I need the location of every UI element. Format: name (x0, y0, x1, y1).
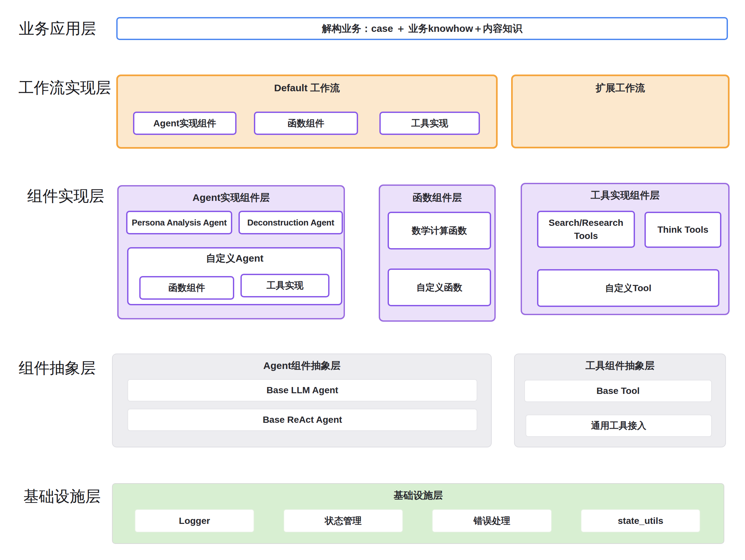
panel-tool-abstract: 工具组件抽象层 Base Tool 通用工具接入 (514, 353, 726, 447)
architecture-diagram: 业务应用层 工作流实现层 组件实现层 组件抽象层 基础设施层 解构业务：case… (0, 0, 745, 560)
panel-extended-workflow: 扩展工作流 (511, 74, 730, 148)
chip-state-management: 状态管理 (284, 509, 403, 532)
panel-infra-title: 基础设施层 (113, 489, 724, 502)
panel-tool-abstract-title: 工具组件抽象层 (515, 359, 725, 373)
chip-persona-analysis-agent: Persona Analysis Agent (126, 211, 232, 234)
chip-custom-agent-tool: 工具实现 (240, 274, 329, 298)
box-custom-agent: 自定义Agent 函数组件 工具实现 (127, 247, 342, 305)
chip-error-handling: 错误处理 (432, 509, 552, 532)
panel-agent-impl-group: Agent实现组件层 Persona Analysis Agent Decons… (117, 185, 345, 319)
panel-tool-group: 工具实现组件层 Search/Research Tools Think Tool… (521, 183, 730, 315)
panel-extended-workflow-title: 扩展工作流 (513, 81, 728, 95)
panel-infra: 基础设施层 Logger 状态管理 错误处理 state_utils (112, 483, 724, 544)
chip-think-tools: Think Tools (645, 212, 721, 248)
chip-base-react-agent: Base ReAct Agent (127, 409, 477, 431)
chip-universal-tool-access: 通用工具接入 (525, 415, 712, 437)
chip-tool-impl: 工具实现 (379, 112, 480, 135)
row-label-business: 业务应用层 (5, 19, 110, 38)
chip-deconstruction-agent: Deconstruction Agent (238, 211, 343, 234)
chip-function-component: 函数组件 (254, 112, 358, 135)
box-custom-agent-title: 自定义Agent (128, 252, 341, 265)
row-label-component-impl: 组件实现层 (13, 186, 118, 206)
panel-agent-abstract: Agent组件抽象层 Base LLM Agent Base ReAct Age… (112, 353, 492, 447)
chip-math-function: 数学计算函数 (388, 212, 491, 249)
panel-agent-abstract-title: Agent组件抽象层 (113, 359, 491, 373)
panel-default-workflow-title: Default 工作流 (118, 81, 496, 95)
chip-state-utils: state_utils (581, 509, 700, 532)
chip-base-llm-agent: Base LLM Agent (127, 379, 477, 401)
row-label-infra: 基础设施层 (9, 487, 115, 506)
chip-custom-tool: 自定义Tool (537, 269, 719, 307)
chip-custom-agent-function: 函数组件 (139, 276, 234, 300)
panel-default-workflow: Default 工作流 Agent实现组件 函数组件 工具实现 (116, 74, 498, 149)
business-banner: 解构业务：case ＋ 业务knowhow＋内容知识 (116, 17, 728, 40)
chip-search-research-tools: Search/Research Tools (537, 211, 635, 248)
panel-function-group-title: 函数组件层 (380, 191, 494, 205)
chip-custom-function: 自定义函数 (388, 269, 491, 306)
chip-agent-impl-component: Agent实现组件 (133, 112, 236, 135)
panel-function-group: 函数组件层 数学计算函数 自定义函数 (379, 184, 496, 322)
chip-base-tool: Base Tool (524, 380, 712, 402)
row-label-component-abstract: 组件抽象层 (5, 358, 110, 378)
chip-logger: Logger (135, 509, 254, 532)
row-label-workflow: 工作流实现层 (9, 78, 121, 98)
panel-agent-impl-group-title: Agent实现组件层 (119, 191, 344, 205)
panel-tool-group-title: 工具实现组件层 (522, 189, 728, 202)
